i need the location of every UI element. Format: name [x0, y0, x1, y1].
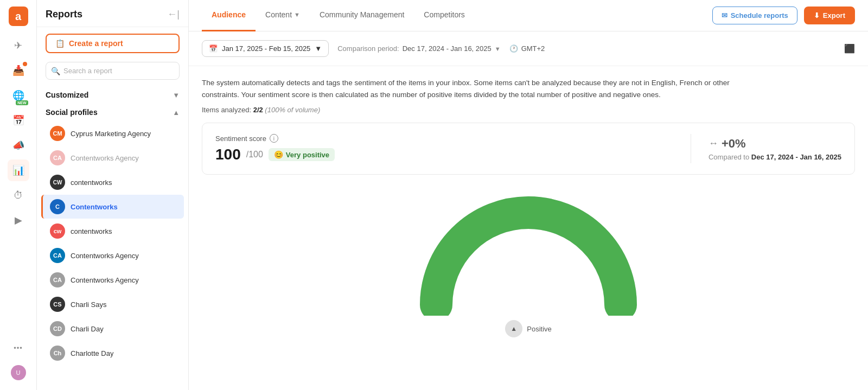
sidebar: Reports ←| 📋 Create a report 🔍 Customize…: [37, 0, 189, 390]
sentiment-change: ↔ +0%: [709, 137, 841, 151]
export-button[interactable]: ⬇ Export: [804, 7, 855, 24]
tab-content[interactable]: Content ▼: [256, 0, 310, 31]
score-number: 100: [215, 146, 241, 163]
list-item[interactable]: CA Contentworks Agency: [41, 268, 184, 292]
logo-letter: a: [15, 10, 21, 23]
avatar: CA: [50, 272, 65, 287]
avatar: CA: [50, 150, 65, 165]
new-badge: NEW: [16, 100, 28, 105]
megaphone-nav-icon[interactable]: 📣: [8, 135, 29, 156]
customized-chevron: ▼: [173, 91, 180, 99]
sentiment-status: Very positive: [286, 151, 329, 159]
list-item[interactable]: Ch Charlotte Day: [41, 341, 184, 365]
export-icon: ⬇: [814, 11, 820, 20]
content-chevron-icon: ▼: [294, 11, 300, 18]
comparison-chevron-icon: ▼: [495, 46, 501, 52]
create-report-icon: 📋: [55, 39, 65, 48]
avatar: C: [50, 199, 65, 214]
dashboard-nav-icon[interactable]: ⏱: [8, 184, 29, 206]
item-name: contentworks: [71, 178, 112, 187]
list-item[interactable]: CS Charli Says: [41, 292, 184, 316]
list-item[interactable]: CW contentworks: [41, 170, 184, 194]
sentiment-score-label: Sentiment score: [215, 135, 266, 143]
avatar: CW: [50, 175, 65, 190]
info-icon[interactable]: i: [270, 134, 278, 143]
sentiment-left: Sentiment score i 100 /100 😊 Very positi…: [215, 134, 691, 163]
send-nav-icon[interactable]: ✈: [8, 35, 29, 56]
search-input[interactable]: [46, 62, 180, 80]
more-nav-icon[interactable]: •••: [8, 337, 29, 359]
comparison-label: Comparison period:: [337, 44, 399, 53]
create-report-button[interactable]: 📋 Create a report: [46, 34, 180, 53]
sidebar-back-icon[interactable]: ←|: [167, 9, 180, 20]
filter-icon[interactable]: ⬛: [844, 43, 855, 54]
comparison-range: Dec 17, 2024 - Jan 16, 2025: [403, 44, 492, 53]
tab-audience-label: Audience: [212, 10, 246, 19]
gauge-area: 100% ▲ Positive: [189, 186, 868, 343]
tab-community-label: Community Management: [320, 10, 404, 19]
list-item[interactable]: CD Charli Day: [41, 317, 184, 341]
calendar-nav-icon[interactable]: 📅: [8, 110, 29, 131]
list-item[interactable]: cw contentworks: [41, 219, 184, 243]
positive-label: Positive: [527, 325, 552, 333]
timezone: 🕐 GMT+2: [509, 44, 545, 53]
app-logo[interactable]: a: [9, 7, 28, 26]
avatar: cw: [50, 223, 65, 239]
tab-community[interactable]: Community Management: [310, 0, 414, 31]
avatar-nav-icon[interactable]: U: [8, 362, 29, 383]
positive-indicator: ▲ Positive: [505, 320, 552, 337]
customized-section[interactable]: Customized ▼: [37, 86, 188, 104]
customized-label: Customized: [46, 91, 88, 99]
positive-circle-icon: ▲: [505, 320, 522, 337]
compare-dates: Dec 17, 2024 - Jan 16, 2025: [751, 153, 841, 161]
schedule-icon: ✉: [722, 11, 727, 20]
gauge-svg: 100%: [414, 196, 642, 316]
social-profiles-chevron: ▲: [173, 108, 180, 117]
change-value: +0%: [722, 137, 746, 151]
date-picker[interactable]: 📅 Jan 17, 2025 - Feb 15, 2025 ▼: [202, 40, 329, 57]
video-nav-icon[interactable]: ▶: [8, 209, 29, 231]
globe-nav-icon[interactable]: 🌐 NEW: [8, 85, 29, 106]
tab-competitors[interactable]: Competitors: [414, 0, 474, 31]
list-item[interactable]: CA Contentworks Agency: [41, 146, 184, 170]
item-name: contentworks: [71, 227, 112, 235]
avatar: Ch: [50, 346, 65, 361]
search-box: 🔍: [46, 62, 180, 80]
avatar: CA: [50, 248, 65, 263]
social-profiles-section[interactable]: Social profiles ▲: [37, 104, 188, 121]
list-item[interactable]: CA Contentworks Agency: [41, 244, 184, 267]
list-item-active[interactable]: C Contentworks: [41, 195, 184, 219]
tab-audience[interactable]: Audience: [202, 0, 256, 31]
inbox-nav-icon[interactable]: 📥: [8, 60, 29, 81]
tab-content-label: Content: [265, 10, 292, 19]
sidebar-header: Reports ←|: [37, 0, 188, 27]
export-label: Export: [823, 11, 845, 20]
date-range: Jan 17, 2025 - Feb 15, 2025: [222, 44, 310, 53]
date-chevron-icon: ▼: [315, 44, 322, 53]
top-actions: ✉ Schedule reports ⬇ Export: [712, 7, 855, 24]
tabs: Audience Content ▼ Community Management …: [202, 0, 712, 31]
chart-nav-icon[interactable]: 📊: [8, 159, 29, 181]
avatar: CD: [50, 321, 65, 336]
content-area: 📅 Jan 17, 2025 - Feb 15, 2025 ▼ Comparis…: [189, 31, 868, 390]
schedule-label: Schedule reports: [731, 11, 788, 20]
item-name: Contentworks: [71, 203, 118, 211]
top-nav: Audience Content ▼ Community Management …: [189, 0, 868, 31]
gauge-container: 100%: [414, 196, 642, 316]
sentiment-compare: Compared to Dec 17, 2024 - Jan 16, 2025: [709, 153, 841, 161]
sentiment-card: Sentiment score i 100 /100 😊 Very positi…: [202, 123, 855, 175]
calendar-icon: 📅: [209, 44, 218, 53]
sentiment-label: Sentiment score i: [215, 134, 673, 143]
nav-rail: a ✈ 📥 🌐 NEW 📅 📣 📊 ⏱ ▶ ••• U: [0, 0, 37, 390]
items-analyzed: Items analyzed: 2/2 (100% of volume): [202, 106, 855, 114]
svg-text:100%: 100%: [510, 267, 547, 284]
avatar: CM: [50, 126, 65, 141]
score-total: /100: [246, 150, 263, 159]
list-item[interactable]: CM Cyprus Marketing Agency: [41, 122, 184, 145]
very-positive-badge: 😊 Very positive: [269, 148, 335, 161]
item-name: Charli Says: [71, 301, 106, 309]
item-name: Contentworks Agency: [71, 276, 139, 284]
main-area: Audience Content ▼ Community Management …: [189, 0, 868, 390]
comparison-period[interactable]: Comparison period: Dec 17, 2024 - Jan 16…: [337, 44, 500, 53]
schedule-reports-button[interactable]: ✉ Schedule reports: [712, 7, 797, 24]
